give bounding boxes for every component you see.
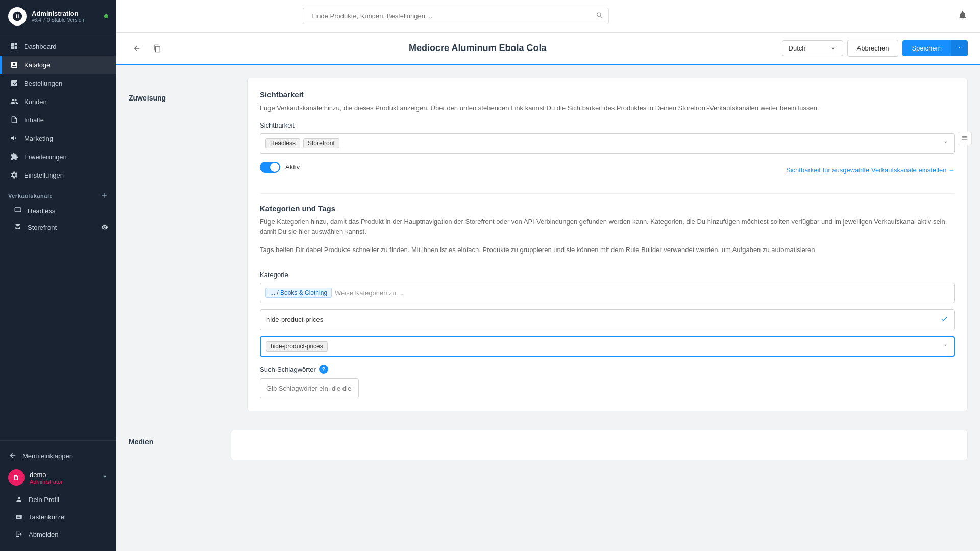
status-dot [104,14,108,18]
customers-icon [10,97,19,106]
search-input[interactable] [303,8,609,24]
sidebar-item-marketing[interactable]: Marketing [0,129,116,147]
visibility-icon [101,223,108,231]
categories-description-2: Tags helfen Dir dabei Produkte schneller… [260,245,955,255]
suchschlagwoerter-label-row: Such-Schlagwörter ? [260,365,955,374]
extensions-icon [10,152,19,161]
collapse-icon [8,451,17,460]
tag-input[interactable] [331,343,939,350]
user-menu-abmelden[interactable]: Abmelden [0,525,116,543]
topbar-right [958,10,968,22]
suchschlagwoerter-label: Such-Schlagwörter [260,366,316,373]
aktiv-toggle[interactable] [260,162,280,173]
add-channel-icon[interactable] [100,191,108,201]
visibility-description: Füge Verkaufskanäle hinzu, die dieses Pr… [260,103,955,113]
app-version: v6.4.7.0 Stable Version [32,17,84,23]
sidebar-item-einstellungen[interactable]: Einstellungen [0,166,116,184]
marketing-icon [10,134,19,143]
header-actions: Dutch Abbrechen Speichern [782,40,968,57]
visibility-tags-field[interactable]: Headless Storefront [260,133,955,154]
sidebar-item-label: Kataloge [24,61,50,69]
sidebar-item-bestellungen[interactable]: Bestellungen [0,74,116,92]
storefront-label: Storefront [28,223,57,231]
save-button-group: Speichern [902,40,968,56]
dashboard-icon [10,42,19,51]
header-nav-buttons [129,40,165,57]
tag-input-tag: hide-product-prices [266,341,328,352]
user-role: Administrator [30,479,63,485]
user-name: demo [30,471,63,479]
content-area-wrapper: Zuweisung Sichtbarkeit Füge Verkaufskanä… [116,65,980,472]
category-tag: ... / Books & Clothing [265,288,332,298]
storefront-tag: Storefront [303,138,339,148]
sidebar-item-erweiterungen[interactable]: Erweiterungen [0,147,116,166]
sidebar-item-storefront[interactable]: Storefront [0,219,116,235]
sidebar-item-label: Kunden [24,98,47,106]
profil-icon [14,495,23,504]
sidebar-item-headless[interactable]: Headless [0,203,116,219]
aktiv-toggle-row: Aktiv [260,162,300,173]
visibility-field-label: Sichtbarkeit [260,121,955,129]
topbar [116,0,980,33]
categories-section: Kategorien und Tags Füge Kategorien hinz… [260,204,955,399]
sidebar-item-dashboard[interactable]: Dashboard [0,37,116,56]
medien-left-label: Medien [129,430,231,472]
suchschlagwoerter-input[interactable] [260,378,359,398]
sales-channels-section: Verkaufskanäle [0,184,116,203]
user-menu-profil[interactable]: Dein Profil [0,491,116,508]
sidebar-footer: Menü einklappen D demo Administrator Dei… [0,440,116,551]
tag-input-field[interactable]: hide-product-prices [260,336,955,357]
sidebar-item-inhalte[interactable]: Inhalte [0,111,116,129]
headless-label: Headless [28,207,55,215]
user-chevron-icon [101,473,108,482]
sidebar-header: Administration v6.4.7.0 Stable Version [0,0,116,33]
tag-option-check-icon [940,315,948,324]
categories-title: Kategorien und Tags [260,204,955,213]
main-content-area: Zuweisung Sichtbarkeit Füge Verkaufskanä… [129,78,968,428]
app-title: Administration [32,10,84,18]
cancel-button[interactable]: Abbrechen [847,40,899,57]
storefront-channel-icon [14,223,22,231]
visibility-section: Sichtbarkeit Füge Verkaufskanäle hinzu, … [260,90,955,179]
section-labels-column: Zuweisung [129,78,231,428]
settings-icon [10,170,19,180]
orders-icon [10,79,19,88]
duplicate-button[interactable] [149,40,165,57]
back-button[interactable] [129,40,145,57]
search-button[interactable] [596,11,604,21]
app-title-block: Administration v6.4.7.0 Stable Version [32,10,84,23]
content-header: Mediocre Aluminum Ebola Cola Dutch Abbre… [116,33,980,65]
sidebar-item-kunden[interactable]: Kunden [0,92,116,111]
medien-label: Medien [129,434,231,446]
tag-option-row[interactable]: hide-product-prices [260,309,955,330]
user-info: demo Administrator [30,471,63,485]
cards-column: Sichtbarkeit Füge Verkaufskanäle hinzu, … [247,78,968,428]
notification-button[interactable] [958,10,968,22]
tag-option-label: hide-product-prices [266,316,323,323]
category-placeholder: Weise Kategorien zu ... [335,289,403,297]
sidebar-item-label: Dashboard [24,43,57,51]
zuweisung-card: Sichtbarkeit Füge Verkaufskanäle hinzu, … [247,78,968,411]
sidebar-nav: Dashboard Kataloge Bestellungen Kunden I… [0,33,116,440]
headless-tag: Headless [265,138,300,148]
sidebar: Administration v6.4.7.0 Stable Version D… [0,0,116,551]
category-field[interactable]: ... / Books & Clothing Weise Kategorien … [260,283,955,303]
user-menu-tastenkuerzel[interactable]: Tastenkürzel [0,508,116,525]
page-title: Mediocre Aluminum Ebola Cola [174,43,782,54]
sidebar-item-label: Marketing [24,135,53,142]
medien-section-container: Medien [116,430,980,472]
visibility-settings-link[interactable]: Sichtbarkeit für ausgewählte Verkaufskan… [786,166,955,174]
sidebar-item-kataloge[interactable]: Kataloge [0,56,116,74]
panel-toggle-button[interactable] [958,132,972,145]
collapse-menu-button[interactable]: Menü einklappen [0,447,116,464]
save-button[interactable]: Speichern [902,40,951,56]
headless-channel-icon [14,207,22,215]
content-icon [10,115,19,124]
toggle-knob [270,163,279,172]
user-menu-trigger[interactable]: D demo Administrator [0,464,116,491]
help-icon[interactable]: ? [319,365,328,374]
logout-icon [14,530,23,539]
content-wrapper: Mediocre Aluminum Ebola Cola Dutch Abbre… [116,0,980,551]
save-dropdown-button[interactable] [951,40,968,56]
language-select[interactable]: Dutch [782,40,843,56]
